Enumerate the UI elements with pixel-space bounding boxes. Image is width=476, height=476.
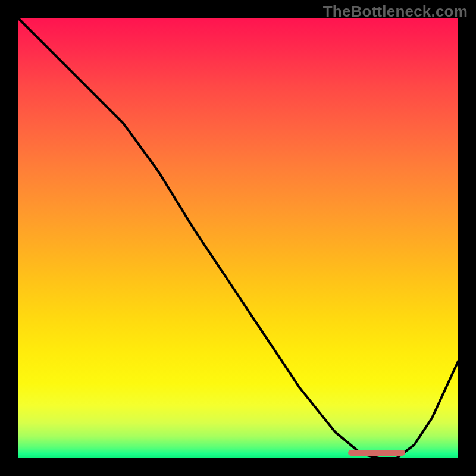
curve-layer	[18, 18, 458, 458]
chart-stage: TheBottleneck.com	[0, 0, 476, 476]
sweet-spot-marker	[348, 450, 405, 456]
gradient-plot-area	[18, 18, 458, 458]
bottleneck-curve	[18, 18, 458, 458]
